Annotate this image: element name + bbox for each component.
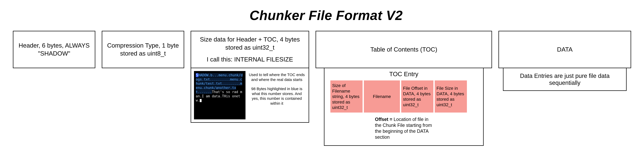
column-toc: Table of Contents (TOC) TOC Entry Size o… [316, 31, 492, 146]
block-header-text: Header, 6 bytes, ALWAYS "SHADOW" [17, 42, 91, 58]
toc-field-file-offset: File Offset in DATA, 4 bytes stored as u… [401, 80, 434, 112]
detail-data-entries: Data Entries are just pure file data seq… [503, 68, 626, 91]
detail-internal-filesize: SHADOW.b...menu.chunk/dogs.txt..........… [190, 68, 309, 123]
toc-entry-title: TOC Entry [327, 71, 480, 78]
hex-cursor [200, 99, 202, 102]
column-data: DATA Data Entries are just pure file dat… [498, 31, 631, 91]
block-data: DATA [498, 31, 631, 68]
toc-field-file-size: File Size in DATA, 4 bytes stored as uin… [435, 80, 467, 112]
toc-field-filename-size: Size of Filename string, 4 bytes stored … [330, 80, 362, 112]
block-toc: Table of Contents (TOC) [316, 31, 492, 68]
block-toc-text: Table of Contents (TOC) [370, 46, 437, 54]
hex-note-2: 98 Bytes highlighted in blue is what thi… [248, 86, 305, 106]
block-internal-filesize: Size data for Header + TOC, 4 bytes stor… [190, 31, 309, 68]
block-compression-text: Compression Type, 1 byte stored as uint8… [106, 42, 180, 58]
hex-dump-thumbnail: SHADOW.b...menu.chunk/dogs.txt..........… [194, 71, 246, 119]
toc-field-filename: Filename [364, 80, 400, 112]
block-compression: Compression Type, 1 byte stored as uint8… [102, 31, 184, 68]
column-size: Size data for Header + TOC, 4 bytes stor… [190, 31, 309, 123]
hex-note-1: Used to tell where the TOC ends and wher… [248, 72, 305, 82]
block-size-line2: I call this: INTERNAL FILESIZE [207, 55, 293, 63]
toc-entry-fields: Size of Filename string, 4 bytes stored … [327, 80, 480, 112]
hex-first-byte: S [196, 73, 198, 77]
detail-data-text: Data Entries are just pure file data seq… [509, 72, 621, 86]
toc-offset-note: Offset = Location of file in the Chunk F… [375, 116, 436, 140]
hex-explanation: Used to tell where the TOC ends and wher… [248, 71, 306, 111]
block-size-line1: Size data for Header + TOC, 4 bytes stor… [195, 36, 305, 52]
block-data-text: DATA [557, 46, 573, 54]
block-header: Header, 6 bytes, ALWAYS "SHADOW" [13, 31, 95, 68]
diagram-title: Chunker File Format V2 [13, 8, 639, 23]
detail-toc-entry: TOC Entry Size of Filename string, 4 byt… [324, 68, 484, 146]
toc-offset-label: Offset = [375, 117, 392, 122]
format-layout-row: Header, 6 bytes, ALWAYS "SHADOW" Compres… [13, 31, 639, 146]
